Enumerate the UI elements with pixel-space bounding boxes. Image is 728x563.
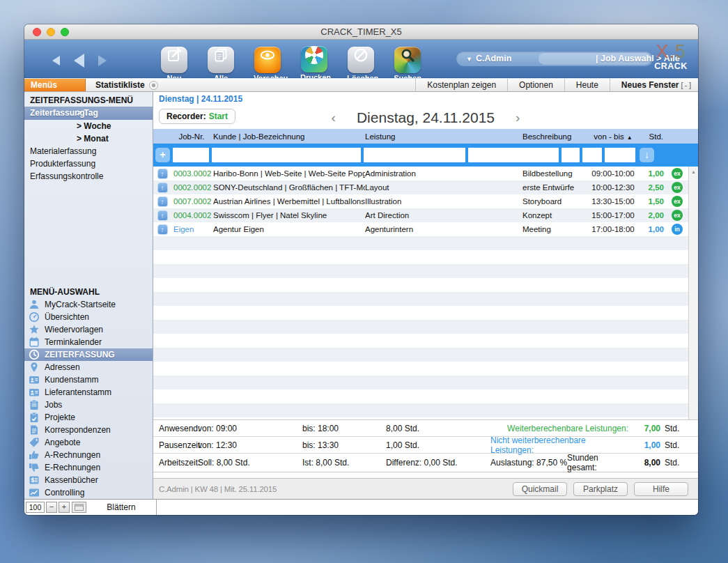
sidebar-item-jobs[interactable]: Jobs [24, 399, 153, 411]
sidebar-item-woche[interactable]: > Woche [24, 120, 153, 132]
beschreibung-cell: Storyboard [522, 197, 588, 206]
sidebar-item-mycrack-startseite[interactable]: MyCrack-Startseite [24, 298, 153, 311]
zoom-in-button[interactable]: + [59, 502, 70, 513]
star-icon [29, 324, 40, 335]
sidebar-item-lieferantenstamm[interactable]: Lieferantenstamm [24, 386, 153, 399]
zoom-level-field[interactable]: 100 [26, 502, 45, 513]
table-row[interactable]: ↑0003.0002Haribo-Bonn | Web-Seite | Web-… [153, 167, 698, 180]
statistikliste-label: Statistikliste [95, 80, 145, 90]
up-arrow-icon[interactable]: ↑ [157, 224, 168, 235]
table-row[interactable]: ↑0007.0002Austrian Airlines | Werbemitte… [153, 194, 698, 208]
sidebar-item-terminkalender[interactable]: Terminkalender [24, 336, 153, 348]
toolbar-button-suchen[interactable]: Suchen [394, 42, 421, 82]
user-dropdown[interactable]: ▼C.Admin [466, 54, 511, 63]
toolbar-button-l-schen[interactable]: Löschen [347, 42, 375, 82]
add-entry-button[interactable]: + [155, 148, 170, 162]
column-header-von-bis[interactable]: von - bis▲ [588, 132, 638, 141]
scroll-up-icon[interactable]: ▲ [689, 167, 698, 174]
quickmail-button[interactable]: Quickmail [513, 482, 567, 496]
tab-statistikliste[interactable]: Statistikliste [95, 80, 158, 90]
sidebar-item-wiedervorlagen[interactable]: Wiedervorlagen [24, 323, 153, 336]
sidebar-item-label: Übersichten [45, 312, 89, 322]
zoom-button[interactable] [61, 28, 69, 36]
summary-right-value: 7,00 [628, 424, 660, 433]
sidebar-item-angebote[interactable]: Angebote [24, 436, 153, 449]
tab-menues[interactable]: Menüs [24, 79, 86, 91]
row-status-cell: ↑ [153, 210, 171, 221]
record-circle-icon[interactable] [149, 81, 158, 90]
job-number-cell: 0007.0002 [171, 197, 212, 206]
up-arrow-icon[interactable]: ↑ [157, 169, 168, 179]
sidebar-item-kundenstamm[interactable]: Kundenstamm [24, 373, 153, 386]
table-body: ↑0003.0002Haribo-Bonn | Web-Seite | Web-… [153, 167, 698, 419]
von-bis-cell: 15:00-17:00 [588, 211, 638, 219]
table-row[interactable]: ↑0002.0002SONY-Deutschland | Großflächen… [153, 180, 698, 194]
clock-icon [29, 349, 40, 360]
filter-input-1[interactable] [212, 148, 361, 162]
filter-input-5[interactable] [582, 148, 602, 162]
column-header-kunde-job-bezeichnung[interactable]: Kunde | Job-Bezeichnung [212, 132, 365, 141]
menu-action-optionen[interactable]: Optionen [507, 79, 564, 91]
zoom-out-button[interactable]: − [46, 502, 57, 513]
document-icon [29, 424, 40, 435]
summary-cell: von: 09:00 [198, 424, 302, 433]
person-icon [29, 299, 40, 310]
column-header-job-nr[interactable]: Job-Nr. [171, 132, 212, 141]
sidebar-item-korrespondenzen[interactable]: Korrespondenzen [24, 424, 153, 436]
von-bis-cell: 09:00-10:00 [588, 169, 638, 178]
toolbar-button-vorschau[interactable]: Vorschau [254, 42, 281, 82]
toolbar-button-alle[interactable]: Alle [207, 42, 235, 82]
toolbar-button-neu[interactable]: Neu [160, 42, 188, 82]
close-button[interactable] [33, 28, 41, 36]
sidebar-item-e-rechnungen[interactable]: E-Rechnungen [24, 461, 153, 474]
up-arrow-icon[interactable]: ↑ [157, 196, 168, 207]
footer-buttons: QuickmailParkplatzHilfe [513, 482, 698, 496]
neues-fenster-suffix: [ - ] [681, 82, 691, 89]
sidebar-item-erfassungskontrolle[interactable]: Erfassungskontrolle [24, 170, 153, 183]
sidebar-item-zeiterfassung-tag[interactable]: Zeiterfassung > Tag [24, 107, 153, 120]
date-link[interactable]: Dienstag | 24.11.2015 [153, 92, 698, 106]
filter-input-2[interactable] [364, 148, 465, 162]
sidebar-item-a-rechnungen[interactable]: A-Rechnungen [24, 449, 153, 461]
summary-right-label: Nicht weiterberechenbare Leistungen: [490, 435, 628, 455]
column-header-leistung[interactable]: Leistung [365, 132, 522, 141]
next-day-icon[interactable]: › [516, 111, 520, 125]
stunden-cell: 2,50 [638, 183, 667, 192]
column-header-beschreibung[interactable]: Beschreibung [522, 132, 588, 141]
vertical-scrollbar[interactable]: ▲ [688, 167, 698, 419]
sidebar-item-zeiterfassung[interactable]: ZEITERFASSUNG [24, 348, 153, 361]
sidebar-item-bersichten[interactable]: Übersichten [24, 311, 153, 323]
back-small-icon[interactable] [52, 56, 60, 65]
parkplatz-button[interactable]: Parkplatz [573, 482, 628, 496]
forward-icon[interactable] [98, 55, 107, 66]
sidebar-item-controlling[interactable]: Controlling [24, 486, 153, 499]
column-header-std[interactable]: Std. [638, 132, 667, 141]
menu-action-heute[interactable]: Heute [564, 79, 610, 91]
sidebar-item-kassenb-cher[interactable]: $Kassenbücher [24, 474, 153, 486]
apply-filter-button[interactable]: ↓ [640, 148, 654, 162]
minimize-button[interactable] [47, 28, 55, 36]
filter-input-3[interactable] [468, 148, 559, 162]
table-row[interactable]: ↑0004.0002Swisscom | Flyer | Natel Skyli… [153, 208, 698, 222]
layout-mode-button[interactable] [72, 502, 86, 513]
up-arrow-icon[interactable]: ↑ [157, 210, 168, 221]
filter-input-0[interactable] [173, 148, 209, 162]
menu-action-neues-fenster[interactable]: Neues Fenster[ - ] [610, 79, 698, 91]
up-arrow-icon[interactable]: ↑ [157, 183, 168, 193]
sidebar-item-produkterfassung[interactable]: Produkterfassung [24, 157, 153, 170]
hilfe-button[interactable]: Hilfe [634, 482, 688, 496]
von-bis-cell: 17:00-18:00 [588, 225, 638, 233]
sidebar-item-adressen[interactable]: Adressen [24, 361, 153, 373]
prev-day-icon[interactable]: ‹ [332, 111, 336, 125]
sidebar-item-projekte[interactable]: Projekte [24, 411, 153, 424]
filter-input-6[interactable] [605, 148, 635, 162]
sidebar-item-monat[interactable]: > Monat [24, 132, 153, 145]
statusbar-divider [156, 500, 157, 515]
toolbar-button-drucken[interactable]: Drucken [300, 42, 328, 82]
back-icon[interactable] [74, 54, 84, 68]
table-row[interactable]: ↑EigenAgentur EigenAgenturinternMeeting1… [153, 222, 698, 236]
filter-input-4[interactable] [562, 148, 580, 162]
card-icon [29, 374, 40, 385]
menu-action-kostenplan-zeigen[interactable]: Kostenplan zeigen [415, 79, 507, 91]
sidebar-item-materialerfassung[interactable]: Materialerfassung [24, 145, 153, 157]
